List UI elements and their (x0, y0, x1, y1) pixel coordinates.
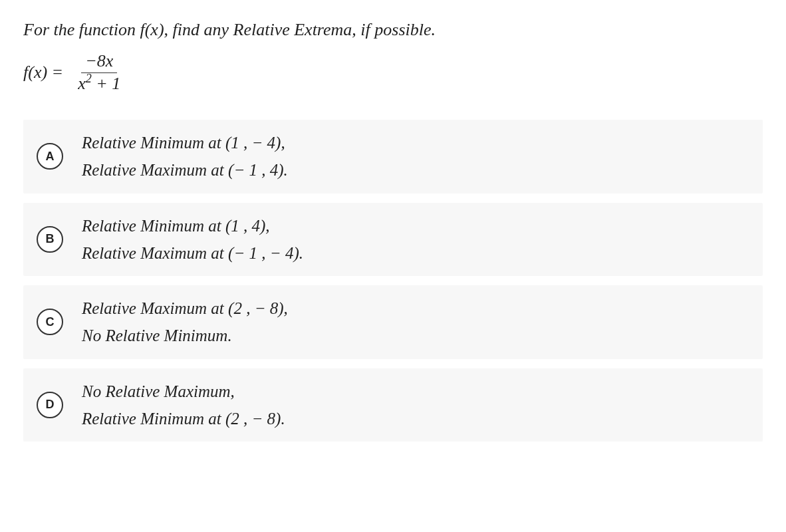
option-letter-circle: C (37, 309, 63, 335)
option-letter-circle: A (37, 143, 63, 170)
fraction-numerator: −8x (81, 52, 117, 73)
function-lhs: f(x) = (23, 63, 63, 82)
option-b[interactable]: B Relative Minimum at (1 , 4), Relative … (23, 203, 763, 277)
option-letter-circle: B (37, 226, 63, 253)
option-text: Relative Maximum at (2 , − 8), No Relati… (82, 295, 288, 350)
option-letter-circle: D (37, 392, 63, 418)
option-text: Relative Minimum at (1 , 4), Relative Ma… (82, 212, 303, 267)
fraction-denominator: x2 + 1 (74, 73, 124, 94)
question-prompt: For the function f(x), find any Relative… (23, 20, 763, 40)
option-a[interactable]: A Relative Minimum at (1 , − 4), Relativ… (23, 120, 763, 194)
option-c[interactable]: C Relative Maximum at (2 , − 8), No Rela… (23, 285, 763, 359)
function-definition: f(x) = −8x x2 + 1 (23, 52, 763, 93)
option-text: Relative Minimum at (1 , − 4), Relative … (82, 129, 288, 184)
option-d[interactable]: D No Relative Maximum, Relative Minimum … (23, 368, 763, 442)
options-list: A Relative Minimum at (1 , − 4), Relativ… (23, 120, 763, 442)
fraction: −8x x2 + 1 (74, 52, 124, 93)
option-text: No Relative Maximum, Relative Minimum at… (82, 378, 285, 433)
